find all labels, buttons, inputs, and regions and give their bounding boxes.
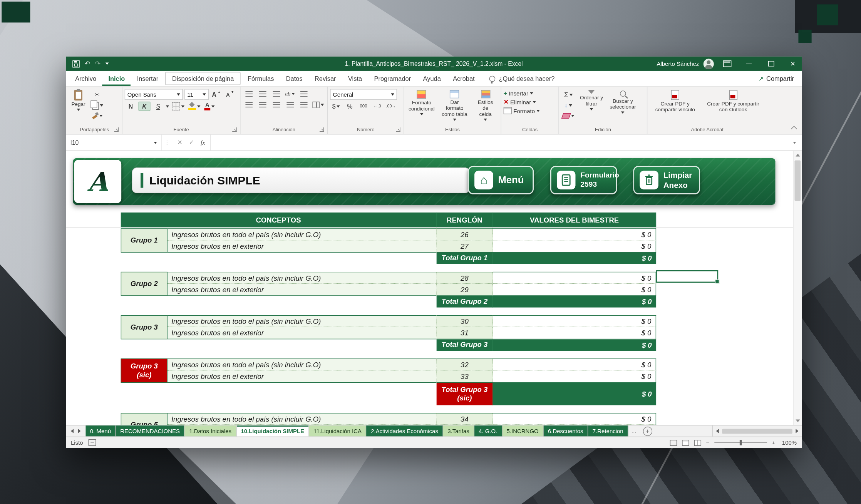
concept-cell[interactable]: Ingresos brutos en todo el país (sin inc… [168, 315, 437, 327]
decrease-decimal-button[interactable]: .00→ [385, 102, 397, 111]
save-icon[interactable] [72, 60, 80, 67]
sheet-tab-retencion[interactable]: 7.Retencion [588, 425, 628, 437]
insert-cells-button[interactable]: +Insertar [504, 90, 556, 97]
tab-vista[interactable]: Vista [342, 71, 368, 86]
tab-ayuda[interactable]: Ayuda [417, 71, 447, 86]
align-center-button[interactable] [256, 100, 268, 109]
orientation-button[interactable]: ab [284, 89, 296, 98]
sheet-tab-incrngo[interactable]: 5.INCRNGO [502, 425, 543, 437]
collapse-ribbon-icon[interactable] [791, 126, 797, 132]
page-break-view-icon[interactable] [694, 440, 701, 446]
decrease-font-button[interactable]: A▼ [224, 90, 236, 99]
vertical-scroll-thumb[interactable] [794, 160, 801, 201]
user-avatar[interactable] [704, 59, 714, 69]
format-cells-button[interactable]: Formato [504, 107, 556, 114]
renglon-cell[interactable]: 26 [437, 228, 493, 240]
zoom-in-icon[interactable]: + [772, 439, 776, 446]
delete-cells-button[interactable]: ✕Eliminar [504, 98, 556, 105]
total-value-cell[interactable]: $ 0 [493, 296, 657, 308]
wrap-text-button[interactable] [298, 89, 310, 98]
sort-filter-button[interactable]: Ordenar yfiltrar [578, 89, 605, 111]
value-cell[interactable]: $ 0 [493, 315, 657, 327]
group-name-cell[interactable]: Grupo 3 (sic) [121, 358, 168, 383]
close-button[interactable]: ✕ [784, 57, 802, 71]
value-cell[interactable]: $ 0 [493, 413, 657, 425]
zoom-out-icon[interactable]: − [706, 439, 709, 446]
share-button[interactable]: ↗ Compartir [759, 75, 794, 82]
create-pdf-link-button[interactable]: Crear PDF ycompartir vínculo [653, 89, 697, 114]
fill-button[interactable]: ↓ [561, 100, 575, 110]
font-size-combo[interactable]: 11 [184, 89, 209, 100]
cancel-entry-icon[interactable]: ✕ [178, 139, 183, 146]
comma-style-button[interactable]: 000 [357, 102, 369, 111]
conditional-formatting-button[interactable]: Formatocondicional [406, 89, 437, 116]
align-left-button[interactable] [243, 100, 255, 109]
bold-button[interactable]: N [125, 102, 137, 111]
redo-icon[interactable]: ↷ [95, 60, 101, 67]
align-middle-button[interactable] [256, 89, 268, 98]
renglon-cell[interactable]: 29 [437, 284, 493, 296]
scroll-down-icon[interactable] [794, 417, 802, 425]
renglon-cell[interactable]: 32 [437, 358, 493, 370]
tab-insertar[interactable]: Insertar [131, 71, 164, 86]
previous-sheet-icon[interactable] [71, 429, 74, 433]
merge-center-button[interactable] [312, 100, 325, 109]
sheet-tab-actividades[interactable]: 2.Actividades Económicas [367, 425, 443, 437]
qat-customize-icon[interactable] [106, 63, 109, 65]
dialog-launcher-icon[interactable] [114, 127, 119, 132]
menu-button[interactable]: ⌂ Menú [468, 166, 534, 194]
minimize-button[interactable] [740, 57, 758, 71]
sheet-tab-menu[interactable]: 0. Menú [85, 425, 116, 437]
sheet-tab-descuentos[interactable]: 6.Descuentos [544, 425, 588, 437]
tell-me-search[interactable]: ¿Qué desea hacer? [489, 75, 554, 82]
renglon-cell[interactable]: 33 [437, 371, 493, 383]
decrease-indent-button[interactable] [284, 100, 296, 109]
scroll-left-icon[interactable] [716, 429, 719, 433]
page-layout-view-icon[interactable] [682, 440, 689, 446]
increase-font-button[interactable]: A▲ [210, 90, 222, 99]
font-color-button[interactable]: A [203, 102, 216, 111]
sheet-tab-datos-iniciales[interactable]: 1.Datos Iniciales [185, 425, 236, 437]
underline-button[interactable]: S [152, 102, 164, 111]
tab-revisar[interactable]: Revisar [308, 71, 342, 86]
find-select-button[interactable]: Buscar yseleccionar [608, 89, 638, 115]
renglon-cell[interactable]: 30 [437, 315, 493, 327]
name-box[interactable]: I10 [66, 134, 162, 150]
value-cell[interactable]: $ 0 [493, 241, 657, 253]
undo-icon[interactable]: ↶ [85, 60, 90, 67]
maximize-button[interactable] [762, 57, 780, 71]
tab-archivo[interactable]: Archivo [69, 71, 102, 86]
add-sheet-button[interactable]: + [643, 426, 652, 435]
group-name-cell[interactable]: Grupo 3 [121, 315, 168, 340]
concept-cell[interactable]: Ingresos brutos en todo el país (sin inc… [168, 228, 437, 240]
formula-input[interactable] [211, 134, 787, 150]
zoom-slider[interactable] [714, 442, 767, 443]
expand-formula-bar-icon[interactable] [787, 134, 802, 150]
dialog-launcher-icon[interactable] [396, 127, 400, 132]
align-right-button[interactable] [270, 100, 282, 109]
value-cell[interactable]: $ 0 [493, 371, 657, 383]
value-cell[interactable]: $ 0 [493, 228, 657, 240]
concept-cell[interactable]: Ingresos brutos en todo el país (sin inc… [168, 272, 437, 284]
renglon-cell[interactable]: 27 [437, 241, 493, 253]
clear-annex-button[interactable]: LimpiarAnexo [633, 166, 700, 194]
concept-cell[interactable]: Ingresos brutos en el exterior [168, 327, 437, 339]
total-value-cell[interactable]: $ 0 [493, 253, 657, 264]
confirm-entry-icon[interactable]: ✓ [189, 139, 194, 146]
percent-button[interactable]: % [344, 102, 356, 111]
tab-acrobat[interactable]: Acrobat [447, 71, 481, 86]
dialog-launcher-icon[interactable] [320, 127, 324, 132]
currency-button[interactable]: $ [330, 102, 342, 111]
number-format-combo[interactable]: General [330, 89, 397, 100]
worksheet[interactable]: A Liquidación SIMPLE ⌂ Menú Formulario25… [66, 151, 802, 425]
borders-button[interactable] [171, 102, 186, 111]
horizontal-scroll-thumb[interactable] [722, 429, 792, 434]
tab-disposicion[interactable]: Disposición de página [166, 72, 241, 85]
tab-inicio[interactable]: Inicio [102, 71, 131, 86]
renglon-cell[interactable]: 28 [437, 272, 493, 284]
sheet-tab-tarifas[interactable]: 3.Tarifas [443, 425, 474, 437]
align-top-button[interactable] [243, 89, 255, 98]
group-name-cell[interactable]: Grupo 2 [121, 272, 168, 296]
renglon-cell[interactable]: 34 [437, 413, 493, 425]
format-as-table-button[interactable]: Dar formatocomo tabla [439, 89, 470, 122]
